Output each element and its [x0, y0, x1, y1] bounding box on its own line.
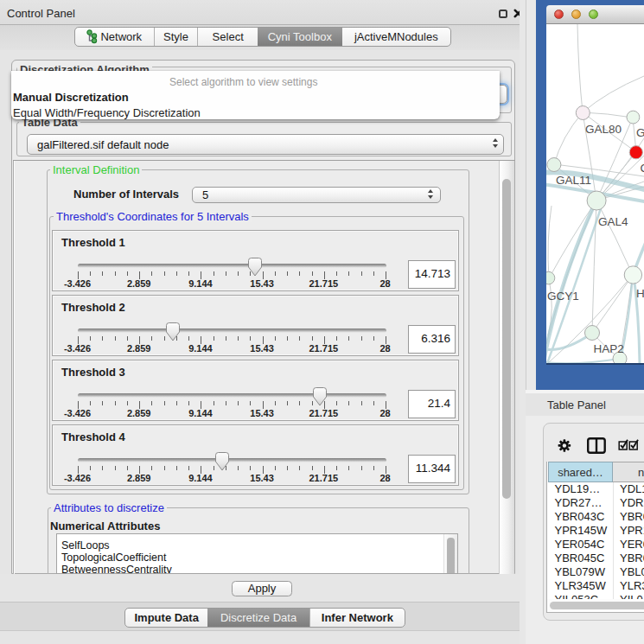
svg-text:GAL80: GAL80 [585, 123, 622, 136]
svg-text:H: H [636, 287, 644, 300]
svg-text:C: C [641, 162, 644, 175]
svg-text:GAL4: GAL4 [598, 215, 628, 228]
svg-text:GAL11: GAL11 [556, 174, 591, 187]
svg-text:GA: GA [636, 126, 644, 139]
svg-text:GCY1: GCY1 [547, 290, 579, 303]
svg-text:HAP2: HAP2 [594, 342, 624, 355]
